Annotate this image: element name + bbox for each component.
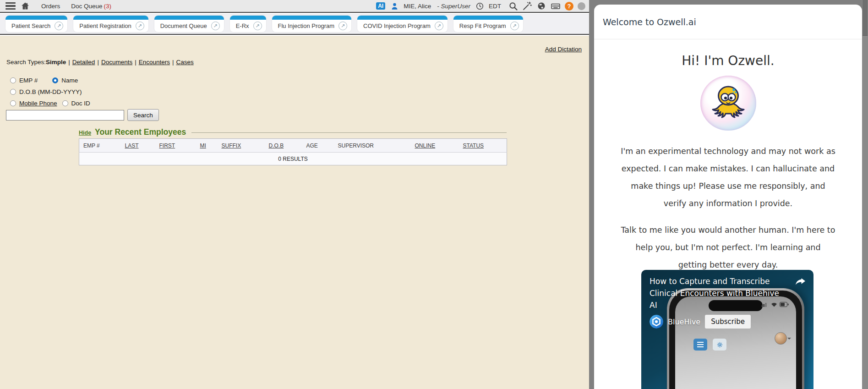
tab-label: COVID Injection Program — [363, 22, 431, 29]
radio-mobile-phone-label[interactable]: Mobile Phone — [19, 100, 57, 107]
radio-doc-id-label[interactable]: Doc ID — [71, 100, 90, 107]
globe-icon[interactable] — [536, 1, 546, 11]
ozwell-header: Welcome to Ozwell.ai — [594, 5, 862, 39]
col-first[interactable]: FIRST — [155, 139, 196, 153]
add-dictation-link[interactable]: Add Dictation — [545, 46, 582, 53]
ozwell-help-paragraph: Talk to me like you would another human.… — [621, 221, 836, 274]
col-online[interactable]: ONLINE — [411, 139, 459, 153]
radio-emp-number-label[interactable]: EMP # — [19, 77, 38, 84]
search-button[interactable]: Search — [127, 109, 159, 121]
search-type-simple[interactable]: Simple — [46, 59, 66, 66]
ozwell-disclaimer-paragraph: I'm an experimental technology and may n… — [621, 142, 836, 212]
search-type-detailed[interactable]: Detailed — [72, 59, 95, 66]
tab-patient-registration[interactable]: Patient Registration↗ — [73, 16, 148, 32]
bluehive-logo-icon[interactable] — [650, 315, 663, 329]
hide-link[interactable]: Hide — [79, 130, 91, 136]
share-icon[interactable] — [792, 275, 807, 287]
menu-orders[interactable]: Orders — [41, 3, 60, 10]
col-last[interactable]: LAST — [121, 139, 155, 153]
youtube-video-embed[interactable]: How to Capture and Transcribe Clinical E… — [641, 270, 813, 389]
video-title[interactable]: How to Capture and Transcribe Clinical E… — [650, 275, 783, 311]
doc-queue-count: (3) — [104, 3, 112, 10]
radio-doc-id[interactable] — [62, 100, 68, 106]
col-age: AGE — [302, 139, 334, 153]
empty-results-row: 0 RESULTS — [79, 153, 507, 165]
tab-label: Resp Fit Program — [459, 22, 506, 29]
recent-employees-table: EMP # LAST FIRST MI SUFFIX D.O.B AGE SUP… — [79, 138, 507, 165]
phone-user-avatar — [775, 332, 787, 345]
home-icon[interactable] — [20, 1, 30, 11]
radio-row-3: Mobile Phone Doc ID — [10, 100, 90, 107]
tab-covid-injection-program[interactable]: COVID Injection Program↗ — [357, 16, 448, 32]
search-type-cases[interactable]: Cases — [176, 59, 194, 66]
radio-name[interactable] — [52, 77, 58, 83]
search-input[interactable] — [6, 110, 124, 121]
phone-menu-button — [693, 339, 707, 351]
phone-settings-button — [713, 339, 726, 351]
radio-mobile-phone[interactable] — [10, 100, 16, 106]
radio-dob-label[interactable]: D.O.B (MM-DD-YYYY) — [19, 88, 82, 95]
ozwell-card: Welcome to Ozwell.ai Hi! I'm Ozwell. I'm… — [594, 5, 862, 389]
external-link-icon[interactable]: ↗ — [211, 22, 220, 30]
hamburger-menu-icon[interactable] — [5, 2, 16, 10]
search-type-documents[interactable]: Documents — [101, 59, 132, 66]
tab-label: Flu Injection Program — [278, 22, 335, 29]
tab-erx[interactable]: E-Rx↗ — [230, 16, 266, 32]
main-content: Add Dictation Search Types:Simple|Detail… — [0, 36, 589, 389]
ai-badge[interactable]: AI — [376, 2, 385, 10]
help-icon[interactable]: ? — [565, 2, 573, 11]
tab-label: Document Queue — [160, 22, 207, 29]
radio-emp-number[interactable] — [10, 77, 16, 83]
keyboard-icon[interactable] — [551, 1, 561, 11]
scrollbar-thumb[interactable] — [863, 0, 868, 36]
radio-dob[interactable] — [10, 89, 16, 95]
recent-employees-title: Your Recent Employees — [95, 127, 186, 137]
tab-flu-injection-program[interactable]: Flu Injection Program↗ — [272, 16, 352, 32]
timezone-label: EDT — [489, 3, 501, 10]
tab-label: Patient Registration — [79, 22, 131, 29]
search-types: Search Types:Simple|Detailed|Documents|E… — [6, 59, 194, 66]
col-dob[interactable]: D.O.B — [265, 139, 302, 153]
external-link-icon[interactable]: ↗ — [55, 22, 63, 30]
col-mi[interactable]: MI — [196, 139, 218, 153]
dictation-wand-icon[interactable] — [522, 1, 532, 11]
tab-label: E-Rx — [236, 22, 249, 29]
external-link-icon[interactable]: ↗ — [136, 22, 144, 30]
empty-results-text: 0 RESULTS — [79, 153, 507, 165]
recent-employees-section: Hide Your Recent Employees EMP # LAST FI… — [79, 127, 507, 165]
search-icon[interactable] — [508, 1, 518, 11]
ozwell-panel: Welcome to Ozwell.ai Hi! I'm Ozwell. I'm… — [589, 0, 868, 389]
col-status[interactable]: STATUS — [459, 139, 507, 153]
col-suffix[interactable]: SUFFIX — [218, 139, 265, 153]
external-link-icon[interactable]: ↗ — [253, 22, 262, 30]
col-emp-number: EMP # — [79, 139, 121, 153]
tab-document-queue[interactable]: Document Queue↗ — [154, 16, 224, 32]
ozwell-greeting: Hi! I'm Ozwell. — [594, 53, 862, 68]
tab-label: Patient Search — [11, 22, 50, 29]
legend-rule — [191, 132, 507, 133]
user-name[interactable]: MIE, Alice — [404, 3, 431, 10]
panel-scrollbar[interactable] — [862, 0, 868, 389]
octopus-icon — [705, 80, 751, 126]
radio-name-label[interactable]: Name — [61, 77, 78, 84]
user-role: - SuperUser — [437, 3, 470, 10]
search-type-encounters[interactable]: Encounters — [139, 59, 170, 66]
col-supervisor: SUPERVISOR — [334, 139, 411, 153]
tab-patient-search[interactable]: Patient Search↗ — [5, 16, 67, 32]
video-channel-row: BlueHive Subscribe — [650, 315, 751, 329]
radio-row-1: EMP # Name — [10, 77, 78, 84]
search-row: Search — [6, 109, 159, 121]
subscribe-button[interactable]: Subscribe — [705, 315, 751, 329]
ozwell-octopus-avatar — [700, 76, 756, 131]
table-header-row: EMP # LAST FIRST MI SUFFIX D.O.B AGE SUP… — [79, 139, 507, 153]
external-link-icon[interactable]: ↗ — [435, 22, 443, 30]
app-window: Orders Doc Queue(3) AI MIE, Alice - Supe… — [0, 0, 868, 389]
menu-doc-queue[interactable]: Doc Queue(3) — [71, 3, 111, 10]
status-indicator-icon[interactable] — [578, 2, 585, 10]
search-types-label: Search Types: — [6, 59, 46, 66]
external-link-icon[interactable]: ↗ — [510, 22, 519, 30]
clock-icon[interactable] — [475, 1, 485, 11]
tab-resp-fit-program[interactable]: Resp Fit Program↗ — [453, 16, 523, 32]
channel-name[interactable]: BlueHive — [668, 318, 700, 326]
external-link-icon[interactable]: ↗ — [338, 22, 347, 30]
